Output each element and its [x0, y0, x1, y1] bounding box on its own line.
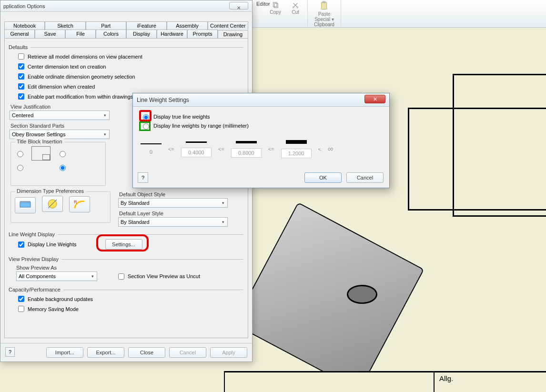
radio-tb-topright[interactable]: [60, 151, 66, 157]
title-block-field[interactable]: Allg.: [434, 372, 546, 392]
tab-sketch[interactable]: Sketch: [45, 21, 85, 30]
copy-button[interactable]: Copy: [266, 1, 284, 15]
section-line-weight: Line Weight Display: [9, 231, 243, 237]
radio-line-weights-range[interactable]: Display line weights by range (millimete…: [141, 122, 382, 130]
label-def-obj-style: Default Object Style: [119, 191, 243, 197]
radio-tb-bottomleft[interactable]: [17, 165, 23, 171]
range-row: 0 <= <= <= < ∞: [141, 140, 382, 158]
check-retrieve-dimensions[interactable]: Retrieve all model dimensions on view pl…: [16, 52, 243, 61]
svg-rect-1: [274, 3, 278, 8]
range-input-3[interactable]: [281, 149, 312, 158]
dialog-bottom-buttons: ? Import... Export... Close Cancel Apply: [0, 343, 252, 362]
check-enable-bg-updates[interactable]: Enable background updates: [16, 294, 243, 303]
lws-cancel-button[interactable]: Cancel: [346, 172, 384, 183]
tab-part[interactable]: Part: [86, 21, 126, 30]
check-display-line-weights[interactable]: Display Line Weights: [16, 240, 77, 249]
tab-prompts[interactable]: Prompts: [187, 30, 218, 38]
tab-colors[interactable]: Colors: [96, 30, 126, 38]
lws-close-button[interactable]: ✕: [364, 95, 385, 103]
select-section-standard[interactable]: Obey Browser Settings: [10, 130, 110, 139]
select-def-layer-style[interactable]: By Standard: [118, 217, 228, 227]
tab-drawing[interactable]: Drawing: [218, 30, 248, 39]
clipboard-label: Clipboard: [314, 22, 334, 27]
title-block: Allg.: [224, 371, 546, 392]
tab-body-drawing: Defaults Retrieve all model dimensions o…: [4, 38, 248, 338]
label-show-preview-as: Show Preview As: [16, 265, 243, 271]
lws-help-button[interactable]: ?: [138, 172, 148, 183]
sketch-tool-a-inner: [453, 74, 546, 217]
dim-pref-radius-button[interactable]: R: [69, 196, 90, 212]
section-defaults: Defaults: [9, 44, 243, 50]
close-button[interactable]: ✕: [229, 2, 248, 10]
paste-special-button[interactable]: Paste Special ▾: [311, 1, 338, 22]
tab-save[interactable]: Save: [35, 30, 65, 38]
select-def-obj-style[interactable]: By Standard: [118, 198, 228, 208]
line-weight-settings-dialog: Line Weight Settings ✕ Display true line…: [132, 93, 390, 188]
tab-assembly[interactable]: Assembly: [167, 21, 207, 30]
check-memory-saving[interactable]: Memory Saving Mode: [16, 304, 243, 313]
dim-pref-linear-button[interactable]: [15, 197, 36, 213]
group-title-block: Title Block Insertion: [10, 142, 106, 186]
radio-tb-topleft[interactable]: [17, 151, 23, 157]
check-section-view-uncut[interactable]: Section View Preview as Uncut: [116, 272, 200, 281]
dim-pref-diameter-button[interactable]: [42, 196, 63, 212]
group-dim-type-pref: Dimension Type Preferences R: [10, 191, 111, 223]
tab-content-center[interactable]: Content Center: [208, 21, 248, 30]
range-input-2[interactable]: [231, 148, 262, 158]
clipboard-group-small: Copy Cut: [263, 0, 308, 26]
radio-true-line-weights[interactable]: Display true line weights: [141, 113, 382, 121]
lws-ok-button[interactable]: OK: [304, 172, 342, 183]
check-enable-ordinate[interactable]: Enable ordinate dimension geometry selec…: [16, 72, 243, 81]
dialog-title: pplication Options ✕: [0, 0, 252, 12]
section-capacity: Capacity/Performance: [9, 287, 243, 292]
range-input-1[interactable]: [181, 148, 212, 157]
tab-general[interactable]: General: [4, 30, 35, 38]
svg-rect-0: [273, 2, 277, 7]
tab-notebook[interactable]: Notebook: [4, 21, 45, 30]
clipboard-group: Paste Special ▾ Clipboard: [308, 0, 341, 26]
settings-button[interactable]: Settings...: [105, 239, 142, 250]
label-def-layer-style: Default Layer Style: [119, 211, 243, 216]
tab-hardware[interactable]: Hardware: [157, 30, 187, 38]
select-show-preview-as[interactable]: All Components: [16, 271, 97, 281]
lws-title: Line Weight Settings ✕: [133, 93, 389, 107]
import-button[interactable]: Import...: [46, 347, 83, 358]
check-edit-dimension[interactable]: Edit dimension when created: [16, 82, 243, 91]
svg-rect-5: [323, 1, 325, 3]
sketch-bit-hole: [347, 285, 377, 304]
select-view-justification[interactable]: Centered: [10, 111, 110, 120]
svg-rect-6: [20, 202, 30, 207]
close-button-bottom[interactable]: Close: [128, 347, 165, 358]
tab-display[interactable]: Display: [126, 30, 157, 38]
tab-file[interactable]: File: [65, 30, 96, 38]
check-center-dimension[interactable]: Center dimension text on creation: [16, 62, 243, 71]
radio-tb-bottomright[interactable]: [60, 165, 66, 171]
cancel-button-bottom[interactable]: Cancel: [169, 347, 206, 358]
cut-button[interactable]: Cut: [286, 1, 304, 15]
help-button[interactable]: ?: [5, 347, 15, 357]
export-button[interactable]: Export...: [87, 347, 124, 358]
svg-rect-4: [321, 2, 326, 10]
tab-ifeature[interactable]: iFeature: [126, 21, 167, 30]
svg-text:R: R: [74, 200, 77, 204]
section-view-preview: View Preview Display: [9, 256, 243, 262]
apply-button[interactable]: Apply: [210, 347, 247, 358]
